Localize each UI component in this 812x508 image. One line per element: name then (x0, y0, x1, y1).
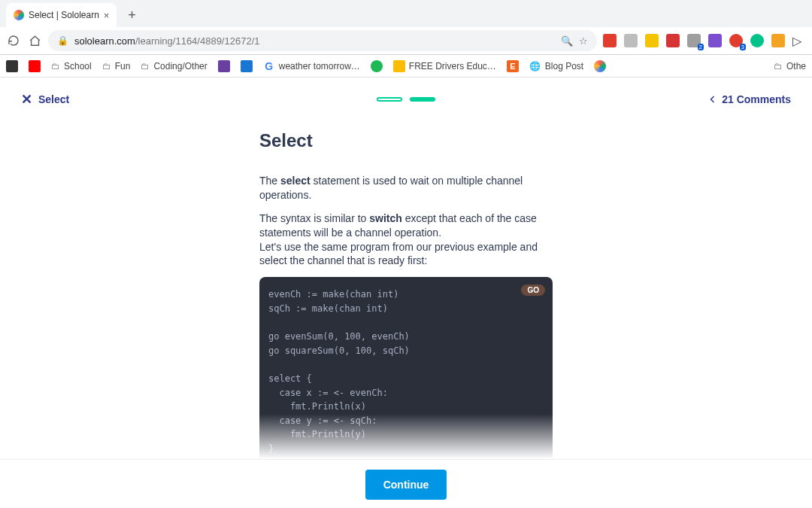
ext-icon-8[interactable] (750, 34, 764, 47)
folder-icon: 🗀 (51, 61, 60, 71)
bookmark-icon (6, 60, 18, 72)
lesson-footer: Continue (0, 459, 812, 508)
ext-icon-1[interactable] (603, 34, 617, 47)
close-lesson-button[interactable]: ✕ Select (21, 91, 69, 108)
bookmark-folder-school[interactable]: 🗀School (51, 61, 92, 71)
lesson-title: Select (259, 130, 553, 151)
google-icon: G (263, 60, 275, 72)
lesson-paragraph-2: The syntax is similar to switch except t… (259, 211, 553, 269)
url-field[interactable]: 🔒 sololearn.com/learning/1164/4889/12672… (48, 30, 597, 51)
ext-icon-2[interactable] (624, 34, 638, 47)
close-tab-icon[interactable]: × (104, 10, 110, 21)
bookmark-sololearn[interactable] (594, 60, 606, 72)
folder-icon: 🗀 (141, 61, 150, 71)
reload-icon[interactable] (6, 33, 21, 48)
star-icon[interactable]: ☆ (579, 35, 588, 47)
app-content: ✕ Select 21 Comments Select The select s… (0, 78, 812, 508)
comments-count: 21 Comments (722, 93, 791, 105)
lesson-paragraph-1: The select statement is used to wait on … (259, 174, 553, 202)
tab-bar: Select | Sololearn × + (0, 0, 812, 27)
ext-icon-6[interactable] (708, 34, 722, 47)
url-text: sololearn.com/learning/1164/4889/12672/1 (74, 35, 555, 47)
lesson-nav-title: Select (38, 93, 69, 105)
ext-icon-4[interactable] (666, 34, 680, 47)
lock-icon: 🔒 (57, 35, 68, 46)
bookmark-bar: 🗀School 🗀Fun 🗀Coding/Other Gweather tomo… (0, 55, 812, 78)
browser-chrome: Select | Sololearn × + 🔒 sololearn.com/l… (0, 0, 812, 55)
folder-icon: 🗀 (102, 61, 111, 71)
new-tab-button[interactable]: + (121, 5, 142, 26)
grid-icon (393, 60, 405, 72)
bookmark-folder-fun[interactable]: 🗀Fun (102, 61, 131, 71)
bookmark-google[interactable]: Gweather tomorrow… (263, 60, 360, 72)
bookmark-mail[interactable] (218, 60, 230, 72)
code-language-badge: GO (521, 284, 545, 296)
bookmark-etsy[interactable]: E (507, 60, 519, 72)
home-icon[interactable] (27, 33, 42, 48)
tab-title: Select | Sololearn (29, 10, 99, 20)
bookmark-green[interactable] (371, 60, 383, 72)
ext-icon-5[interactable]: 2 (687, 34, 701, 47)
code-content: evenCh := make(chan int) sqCh := make(ch… (268, 287, 544, 455)
lesson-header: ✕ Select 21 Comments (0, 78, 812, 108)
progress-step-1 (377, 97, 402, 102)
ext-icon-9[interactable] (771, 34, 785, 47)
lesson-body: Select The select statement is used to w… (259, 130, 553, 459)
bookmark-drivers[interactable]: FREE Drivers Educ… (393, 60, 496, 72)
code-block: GO evenCh := make(chan int) sqCh := make… (259, 277, 553, 459)
progress-indicator (377, 97, 435, 102)
mail-icon (218, 60, 230, 72)
bookmark-blog[interactable]: 🌐Blog Post (529, 60, 583, 72)
youtube-icon (29, 60, 41, 72)
ext-icon-7[interactable]: 3 (729, 34, 743, 47)
bookmark-youtube[interactable] (29, 60, 41, 72)
other-bookmarks[interactable]: 🗀Othe (774, 61, 806, 71)
address-bar: 🔒 sololearn.com/learning/1164/4889/12672… (0, 27, 812, 54)
chevron-left-icon (708, 95, 717, 104)
close-icon: ✕ (21, 91, 32, 108)
tshirt-icon (241, 60, 253, 72)
ext-icon-10[interactable]: ▷ (792, 34, 806, 47)
green-icon (371, 60, 383, 72)
progress-step-2 (410, 97, 435, 102)
comments-link[interactable]: 21 Comments (708, 93, 791, 105)
folder-icon: 🗀 (774, 61, 783, 71)
sololearn-favicon (14, 10, 24, 20)
continue-button[interactable]: Continue (365, 470, 447, 500)
browser-tab[interactable]: Select | Sololearn × (6, 3, 117, 27)
bookmark-tshirt[interactable] (241, 60, 253, 72)
zoom-icon[interactable]: 🔍 (561, 35, 573, 47)
extension-icons: 2 3 ▷ (603, 34, 806, 47)
globe-icon: 🌐 (529, 60, 541, 72)
bookmark-folder-coding[interactable]: 🗀Coding/Other (141, 61, 207, 71)
sololearn-icon (594, 60, 606, 72)
etsy-icon: E (507, 60, 519, 72)
ext-icon-3[interactable] (645, 34, 659, 47)
bookmark-item[interactable] (6, 60, 18, 72)
